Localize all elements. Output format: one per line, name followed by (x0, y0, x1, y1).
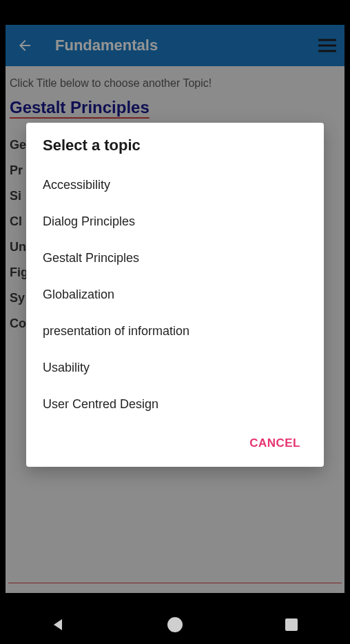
dialog-options: Accessibility Dialog Principles Gestalt … (43, 167, 307, 423)
nav-back-icon[interactable] (49, 615, 68, 634)
dialog-actions: CANCEL (43, 423, 307, 456)
cancel-button[interactable]: CANCEL (243, 431, 307, 456)
topic-option[interactable]: Globalization (43, 276, 307, 313)
topic-option[interactable]: Usability (43, 350, 307, 386)
dialog-title: Select a topic (43, 137, 307, 154)
topic-dialog: Select a topic Accessibility Dialog Prin… (26, 123, 324, 467)
topic-option[interactable]: Gestalt Principles (43, 240, 307, 276)
android-navbar (0, 605, 350, 644)
topic-option[interactable]: Dialog Principles (43, 203, 307, 240)
topic-option[interactable]: Accessibility (43, 167, 307, 203)
nav-home-icon[interactable] (165, 615, 185, 634)
topic-option[interactable]: presentation of information (43, 313, 307, 350)
nav-recent-icon[interactable] (282, 615, 301, 634)
topic-option[interactable]: User Centred Design (43, 386, 307, 423)
dialog-scrim[interactable]: Select a topic Accessibility Dialog Prin… (6, 25, 344, 593)
